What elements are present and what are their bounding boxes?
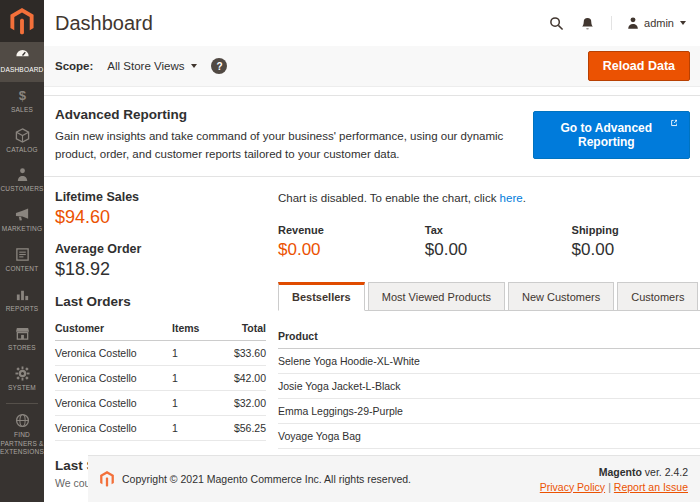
sidebar-item-sales[interactable]: $ SALES xyxy=(0,82,44,122)
admin-username: admin xyxy=(644,17,674,29)
footer-links-separator: | xyxy=(608,481,611,493)
advanced-reporting-title: Advanced Reporting xyxy=(55,107,533,122)
order-total: $32.00 xyxy=(214,390,266,415)
table-row[interactable]: Veronica Costello 1 $42.00 xyxy=(55,365,266,390)
chart-disabled-note: Chart is disabled. To enable the chart, … xyxy=(278,192,700,204)
sidebar-item-reports[interactable]: REPORTS xyxy=(0,281,44,321)
admin-user-menu[interactable]: admin xyxy=(611,16,686,30)
tab-bestsellers[interactable]: Bestsellers xyxy=(278,282,365,311)
magento-version: Magento ver. 2.4.2 xyxy=(540,466,688,478)
sidebar-item-catalog[interactable]: CATALOG xyxy=(0,122,44,162)
table-row[interactable]: Veronica Costello 1 $32.00 xyxy=(55,390,266,415)
order-items: 1 xyxy=(172,365,214,390)
table-row[interactable]: Voyage Yoga Bag $32.00 1 xyxy=(278,423,700,448)
table-row[interactable]: Josie Yoga Jacket-L-Black $56.25 1 xyxy=(278,373,700,398)
magento-footer-logo-icon xyxy=(100,471,114,487)
magento-logo-icon xyxy=(10,8,34,35)
sidebar-item-dashboard[interactable]: DASHBOARD xyxy=(0,42,44,82)
sidebar-item-label: MARKETING xyxy=(2,225,42,234)
table-row[interactable]: Veronica Costello 1 $33.60 xyxy=(55,340,266,365)
bar-chart-icon xyxy=(15,287,30,302)
sidebar-item-label: SALES xyxy=(11,106,33,115)
bestsellers-panel: Product Price Quantity Selene Yoga Hoodi… xyxy=(278,311,700,449)
product-name: Voyage Yoga Bag xyxy=(278,423,700,448)
sidebar-item-content[interactable]: CONTENT xyxy=(0,241,44,281)
order-items: 1 xyxy=(172,340,214,365)
chart-disabled-suffix: . xyxy=(523,192,526,204)
order-total: $42.00 xyxy=(214,365,266,390)
storefront-icon xyxy=(15,326,30,341)
version-number: ver. 2.4.2 xyxy=(642,466,688,478)
lifetime-sales-label: Lifetime Sales xyxy=(55,190,266,204)
main-area: Dashboard admin Scope: All Store Views ?… xyxy=(44,0,700,502)
privacy-policy-link[interactable]: Privacy Policy xyxy=(540,481,605,493)
sidebar-divider xyxy=(6,403,38,404)
order-customer: Veronica Costello xyxy=(55,390,172,415)
table-row[interactable]: Emma Leggings-29-Purple $33.60 1 xyxy=(278,398,700,423)
tab-customers[interactable]: Customers xyxy=(617,282,698,311)
shipping-value: $0.00 xyxy=(572,240,700,260)
advanced-reporting-section: Advanced Reporting Gain new insights and… xyxy=(44,95,700,177)
shipping-stat: Shipping $0.00 xyxy=(572,224,700,260)
enable-chart-link[interactable]: here xyxy=(500,192,523,204)
store-view-switcher[interactable]: All Store Views xyxy=(107,60,197,72)
column-header-customer: Customer xyxy=(55,316,172,341)
product-name: Selene Yoga Hoodie-XL-White xyxy=(278,348,700,373)
page-header: Dashboard admin xyxy=(44,0,700,46)
svg-text:$: $ xyxy=(18,88,26,103)
order-items: 1 xyxy=(172,390,214,415)
sidebar-item-customers[interactable]: CUSTOMERS xyxy=(0,161,44,201)
sidebar-item-marketing[interactable]: MARKETING xyxy=(0,201,44,241)
order-customer: Veronica Costello xyxy=(55,340,172,365)
lifetime-sales-value: $94.60 xyxy=(55,207,266,228)
product-name: Josie Yoga Jacket-L-Black xyxy=(278,373,700,398)
tab-most-viewed-products[interactable]: Most Viewed Products xyxy=(368,282,505,311)
dashboard-content: Lifetime Sales $94.60 Average Order $18.… xyxy=(44,177,700,502)
reload-data-button[interactable]: Reload Data xyxy=(588,51,690,81)
bell-icon xyxy=(580,16,595,31)
revenue-stat: Revenue $0.00 xyxy=(278,224,425,260)
help-button[interactable]: ? xyxy=(211,58,227,74)
sidebar-item-stores[interactable]: STORES xyxy=(0,320,44,360)
sidebar-item-label: STORES xyxy=(8,344,36,353)
go-to-advanced-reporting-button[interactable]: Go to Advanced Reporting xyxy=(533,111,690,159)
report-issue-link[interactable]: Report an Issue xyxy=(614,481,688,493)
chevron-down-icon xyxy=(191,64,197,68)
totals-row: Revenue $0.00 Tax $0.00 Shipping $0.00 Q… xyxy=(278,224,700,260)
sidebar-item-label: DASHBOARD xyxy=(1,66,44,75)
table-row[interactable]: Selene Yoga Hoodie-XL-White $42.00 1 xyxy=(278,348,700,373)
column-header-total: Total xyxy=(214,316,266,341)
average-order-label: Average Order xyxy=(55,242,266,256)
store-view-value: All Store Views xyxy=(107,60,184,72)
copyright-text: Copyright © 2021 Magento Commerce Inc. A… xyxy=(122,473,411,485)
sidebar-item-label: CONTENT xyxy=(6,265,39,274)
last-orders-table: Customer Items Total Veronica Costello 1… xyxy=(55,316,266,441)
advanced-reporting-description: Gain new insights and take command of yo… xyxy=(55,128,533,164)
magento-logo[interactable] xyxy=(0,0,44,42)
sidebar-item-find-partners-extensions[interactable]: FIND PARTNERS & EXTENSIONS xyxy=(0,407,44,464)
person-icon xyxy=(15,167,30,182)
document-icon xyxy=(15,247,30,262)
tab-new-customers[interactable]: New Customers xyxy=(508,282,614,311)
notifications-button[interactable] xyxy=(580,16,595,31)
revenue-value: $0.00 xyxy=(278,240,425,260)
search-icon xyxy=(549,16,564,31)
table-row[interactable]: Veronica Costello 1 $56.25 xyxy=(55,415,266,440)
average-order-value: $18.92 xyxy=(55,259,266,280)
last-orders-title: Last Orders xyxy=(55,294,266,309)
external-link-icon xyxy=(671,119,677,127)
footer-links: Privacy Policy|Report an Issue xyxy=(540,481,688,493)
shipping-label: Shipping xyxy=(572,224,700,236)
search-button[interactable] xyxy=(549,16,564,31)
bestsellers-table: Product Price Quantity Selene Yoga Hoodi… xyxy=(278,324,700,449)
order-total: $33.60 xyxy=(214,340,266,365)
admin-sidebar: DASHBOARD $ SALES CATALOG CUSTOMERS MARK… xyxy=(0,0,44,502)
dashboard-tabs: Bestsellers Most Viewed Products New Cus… xyxy=(278,282,700,311)
sidebar-item-label: REPORTS xyxy=(6,305,39,314)
sidebar-item-label: FIND PARTNERS & EXTENSIONS xyxy=(0,431,44,457)
order-customer: Veronica Costello xyxy=(55,415,172,440)
chevron-down-icon xyxy=(680,21,686,25)
order-customer: Veronica Costello xyxy=(55,365,172,390)
sidebar-item-system[interactable]: SYSTEM xyxy=(0,360,44,400)
sidebar-item-label: CATALOG xyxy=(6,146,38,155)
